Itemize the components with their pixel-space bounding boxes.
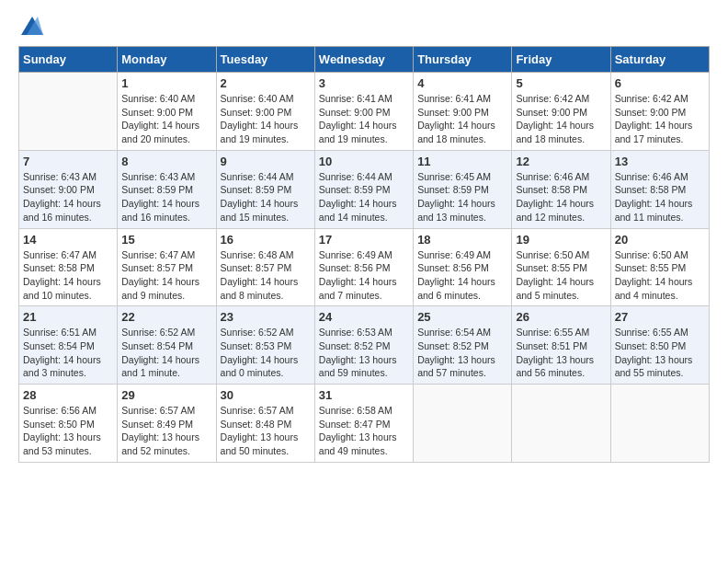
day-info: Sunrise: 6:52 AM Sunset: 8:53 PM Dayligh… xyxy=(221,326,311,380)
day-number: 8 xyxy=(121,155,211,168)
day-number: 11 xyxy=(417,155,507,168)
logo-icon xyxy=(21,17,43,35)
day-number: 6 xyxy=(615,76,705,90)
calendar-cell xyxy=(610,385,709,463)
calendar-cell: 8Sunrise: 6:43 AM Sunset: 8:59 PM Daylig… xyxy=(118,150,216,228)
calendar-cell: 24Sunrise: 6:53 AM Sunset: 8:52 PM Dayli… xyxy=(314,306,413,385)
day-number: 20 xyxy=(615,233,705,247)
day-number: 9 xyxy=(221,155,311,168)
calendar-table: SundayMondayTuesdayWednesdayThursdayFrid… xyxy=(18,46,710,463)
day-info: Sunrise: 6:45 AM Sunset: 8:59 PM Dayligh… xyxy=(417,170,507,224)
day-number: 7 xyxy=(23,155,113,168)
calendar-week-row: 1Sunrise: 6:40 AM Sunset: 9:00 PM Daylig… xyxy=(19,73,710,151)
calendar-cell: 13Sunrise: 6:46 AM Sunset: 8:58 PM Dayli… xyxy=(610,150,709,228)
calendar-cell: 15Sunrise: 6:47 AM Sunset: 8:57 PM Dayli… xyxy=(118,228,216,306)
day-info: Sunrise: 6:57 AM Sunset: 8:48 PM Dayligh… xyxy=(221,404,311,458)
weekday-header: Thursday xyxy=(414,47,512,73)
day-info: Sunrise: 6:43 AM Sunset: 8:59 PM Dayligh… xyxy=(121,170,211,224)
day-info: Sunrise: 6:56 AM Sunset: 8:50 PM Dayligh… xyxy=(23,404,113,458)
day-info: Sunrise: 6:41 AM Sunset: 9:00 PM Dayligh… xyxy=(319,92,409,146)
calendar-cell: 19Sunrise: 6:50 AM Sunset: 8:55 PM Dayli… xyxy=(512,228,610,306)
day-number: 14 xyxy=(23,233,113,247)
calendar-cell: 17Sunrise: 6:49 AM Sunset: 8:56 PM Dayli… xyxy=(314,228,413,306)
day-info: Sunrise: 6:58 AM Sunset: 8:47 PM Dayligh… xyxy=(319,404,409,458)
calendar-cell: 26Sunrise: 6:55 AM Sunset: 8:51 PM Dayli… xyxy=(512,306,610,385)
calendar-cell: 2Sunrise: 6:40 AM Sunset: 9:00 PM Daylig… xyxy=(216,73,314,151)
day-number: 30 xyxy=(221,388,311,402)
day-number: 24 xyxy=(319,310,409,324)
calendar-cell: 5Sunrise: 6:42 AM Sunset: 9:00 PM Daylig… xyxy=(512,73,610,151)
page-header xyxy=(18,18,710,37)
calendar-cell: 29Sunrise: 6:57 AM Sunset: 8:49 PM Dayli… xyxy=(118,385,216,463)
day-info: Sunrise: 6:51 AM Sunset: 8:54 PM Dayligh… xyxy=(23,326,113,380)
day-info: Sunrise: 6:55 AM Sunset: 8:51 PM Dayligh… xyxy=(516,326,606,380)
day-number: 4 xyxy=(417,76,507,90)
calendar-cell: 9Sunrise: 6:44 AM Sunset: 8:59 PM Daylig… xyxy=(216,150,314,228)
day-number: 19 xyxy=(516,233,606,247)
day-number: 22 xyxy=(121,310,211,324)
day-info: Sunrise: 6:42 AM Sunset: 9:00 PM Dayligh… xyxy=(516,92,606,146)
calendar-week-row: 28Sunrise: 6:56 AM Sunset: 8:50 PM Dayli… xyxy=(19,385,710,463)
calendar-week-row: 7Sunrise: 6:43 AM Sunset: 9:00 PM Daylig… xyxy=(19,150,710,228)
calendar-cell: 21Sunrise: 6:51 AM Sunset: 8:54 PM Dayli… xyxy=(19,306,118,385)
calendar-cell: 25Sunrise: 6:54 AM Sunset: 8:52 PM Dayli… xyxy=(414,306,512,385)
day-number: 26 xyxy=(516,310,606,324)
calendar-cell: 14Sunrise: 6:47 AM Sunset: 8:58 PM Dayli… xyxy=(19,228,118,306)
day-number: 5 xyxy=(516,76,606,90)
calendar-cell: 18Sunrise: 6:49 AM Sunset: 8:56 PM Dayli… xyxy=(414,228,512,306)
calendar-cell: 3Sunrise: 6:41 AM Sunset: 9:00 PM Daylig… xyxy=(314,73,413,151)
day-number: 13 xyxy=(615,155,705,168)
logo xyxy=(18,18,43,37)
calendar-cell: 22Sunrise: 6:52 AM Sunset: 8:54 PM Dayli… xyxy=(118,306,216,385)
day-number: 29 xyxy=(121,388,211,402)
day-number: 17 xyxy=(319,233,409,247)
calendar-cell: 20Sunrise: 6:50 AM Sunset: 8:55 PM Dayli… xyxy=(610,228,709,306)
calendar-cell: 30Sunrise: 6:57 AM Sunset: 8:48 PM Dayli… xyxy=(216,385,314,463)
weekday-header: Wednesday xyxy=(314,47,413,73)
day-info: Sunrise: 6:50 AM Sunset: 8:55 PM Dayligh… xyxy=(615,248,705,303)
day-number: 18 xyxy=(417,233,507,247)
day-number: 31 xyxy=(319,388,409,402)
calendar-cell: 16Sunrise: 6:48 AM Sunset: 8:57 PM Dayli… xyxy=(216,228,314,306)
day-number: 16 xyxy=(221,233,311,247)
day-number: 23 xyxy=(221,310,311,324)
calendar-cell xyxy=(512,385,610,463)
day-info: Sunrise: 6:53 AM Sunset: 8:52 PM Dayligh… xyxy=(319,326,409,380)
day-number: 2 xyxy=(221,76,311,90)
day-info: Sunrise: 6:47 AM Sunset: 8:57 PM Dayligh… xyxy=(121,248,211,303)
calendar-cell xyxy=(414,385,512,463)
day-number: 25 xyxy=(417,310,507,324)
day-number: 1 xyxy=(121,76,211,90)
day-info: Sunrise: 6:49 AM Sunset: 8:56 PM Dayligh… xyxy=(319,248,409,303)
calendar-cell xyxy=(19,73,118,151)
day-info: Sunrise: 6:55 AM Sunset: 8:50 PM Dayligh… xyxy=(615,326,705,380)
calendar-cell: 27Sunrise: 6:55 AM Sunset: 8:50 PM Dayli… xyxy=(610,306,709,385)
day-info: Sunrise: 6:49 AM Sunset: 8:56 PM Dayligh… xyxy=(417,248,507,303)
day-info: Sunrise: 6:46 AM Sunset: 8:58 PM Dayligh… xyxy=(516,170,606,224)
calendar-cell: 10Sunrise: 6:44 AM Sunset: 8:59 PM Dayli… xyxy=(314,150,413,228)
weekday-header: Tuesday xyxy=(216,47,314,73)
day-info: Sunrise: 6:41 AM Sunset: 9:00 PM Dayligh… xyxy=(417,92,507,146)
day-number: 12 xyxy=(516,155,606,168)
day-info: Sunrise: 6:43 AM Sunset: 9:00 PM Dayligh… xyxy=(23,170,113,224)
weekday-header: Saturday xyxy=(610,47,709,73)
day-info: Sunrise: 6:42 AM Sunset: 9:00 PM Dayligh… xyxy=(615,92,705,146)
calendar-cell: 12Sunrise: 6:46 AM Sunset: 8:58 PM Dayli… xyxy=(512,150,610,228)
day-info: Sunrise: 6:40 AM Sunset: 9:00 PM Dayligh… xyxy=(221,92,311,146)
calendar-cell: 31Sunrise: 6:58 AM Sunset: 8:47 PM Dayli… xyxy=(314,385,413,463)
day-info: Sunrise: 6:40 AM Sunset: 9:00 PM Dayligh… xyxy=(121,92,211,146)
weekday-header: Friday xyxy=(512,47,610,73)
day-info: Sunrise: 6:46 AM Sunset: 8:58 PM Dayligh… xyxy=(615,170,705,224)
day-number: 21 xyxy=(23,310,113,324)
day-info: Sunrise: 6:44 AM Sunset: 8:59 PM Dayligh… xyxy=(221,170,311,224)
weekday-header: Monday xyxy=(118,47,216,73)
day-number: 28 xyxy=(23,388,113,402)
calendar-cell: 28Sunrise: 6:56 AM Sunset: 8:50 PM Dayli… xyxy=(19,385,118,463)
weekday-header: Sunday xyxy=(19,47,118,73)
calendar-cell: 11Sunrise: 6:45 AM Sunset: 8:59 PM Dayli… xyxy=(414,150,512,228)
day-info: Sunrise: 6:50 AM Sunset: 8:55 PM Dayligh… xyxy=(516,248,606,303)
day-info: Sunrise: 6:54 AM Sunset: 8:52 PM Dayligh… xyxy=(417,326,507,380)
day-number: 27 xyxy=(615,310,705,324)
calendar-cell: 6Sunrise: 6:42 AM Sunset: 9:00 PM Daylig… xyxy=(610,73,709,151)
calendar-cell: 1Sunrise: 6:40 AM Sunset: 9:00 PM Daylig… xyxy=(118,73,216,151)
